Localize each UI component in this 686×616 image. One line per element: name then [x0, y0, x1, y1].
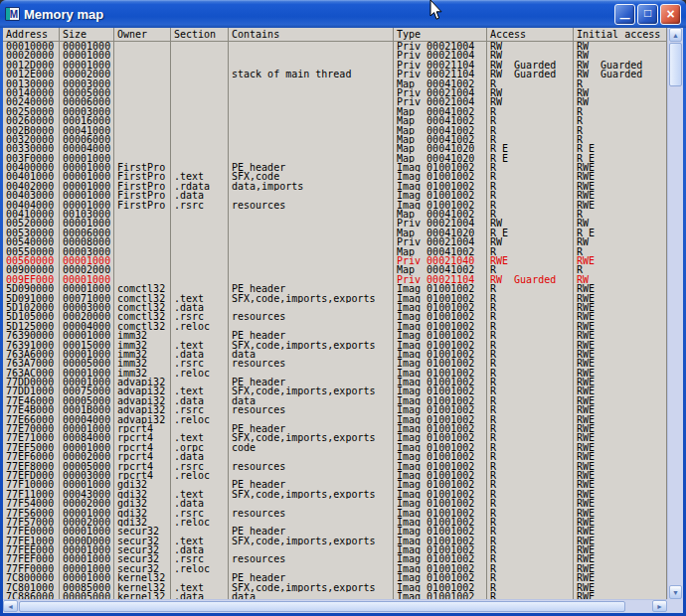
table-row[interactable]: 77E4B0000001B000advapi32.rsrcresourcesIm…: [3, 405, 667, 414]
table-row[interactable]: 0052000000001000Priv 00021004RWRW: [3, 219, 667, 228]
scroll-right-button[interactable]: ►: [652, 600, 667, 612]
cell-section: [171, 331, 229, 340]
scroll-down-button[interactable]: ▼: [669, 585, 682, 599]
scroll-up-button[interactable]: ▲: [669, 28, 682, 42]
table-row[interactable]: 7C80100000085000kernel32.textSFX,code,im…: [3, 583, 667, 592]
minimize-button[interactable]: —: [614, 4, 635, 25]
close-button[interactable]: ×: [660, 4, 681, 25]
cell-type: Priv 00021004: [394, 97, 487, 106]
table-row[interactable]: 0090000000002000Map 00041002RR: [3, 265, 667, 274]
table-row[interactable]: 0053000000006000Map 00041020R ER E: [3, 229, 667, 237]
table-row[interactable]: 5D09100000071000comctl32.textSFX,code,im…: [3, 294, 667, 303]
cell-owner: rpcrt4: [114, 433, 171, 442]
cell-address: 77E46000: [3, 396, 60, 405]
table-row[interactable]: 77EF600000002000rpcrt4.dataImag 01001002…: [3, 452, 667, 461]
table-row[interactable]: 77FEE00000001000secur32.dataImag 0100100…: [3, 545, 667, 554]
table-row[interactable]: 77F5600000001000gdi32.rsrcresourcesImag …: [3, 509, 667, 518]
cell-size: 00003000: [60, 303, 114, 312]
cell-access: RW: [487, 42, 574, 51]
table-row[interactable]: 0001000000001000Priv 00021004RWRW: [3, 42, 667, 51]
cell-type: Imag 01001002: [394, 433, 487, 442]
table-row[interactable]: 0012E00000002000stack of main threadPriv…: [3, 70, 667, 78]
maximize-button[interactable]: □: [637, 4, 658, 25]
cell-section: .data: [171, 303, 229, 312]
cell-type: Priv 00021004: [394, 237, 487, 246]
table-row[interactable]: 0040000000001000FirstProPE headerImag 01…: [3, 163, 667, 172]
table-row[interactable]: 0002000000001000Priv 00021004RWRW: [3, 51, 667, 60]
vertical-scrollbar[interactable]: ▲ ▼: [667, 28, 683, 599]
column-header-owner[interactable]: Owner: [114, 28, 171, 41]
table-row[interactable]: 0041000000103000Map 00041002RR: [3, 210, 667, 219]
table-row[interactable]: 7639000000001000imm32PE headerImag 01001…: [3, 331, 667, 340]
table-row[interactable]: 77FEF00000001000secur32.rsrcresourcesIma…: [3, 554, 667, 563]
table-row[interactable]: 0026000000016000Map 00041002RR: [3, 116, 667, 125]
column-header-access[interactable]: Access: [487, 28, 574, 41]
table-row[interactable]: 77FF000000001000secur32.relocImag 010010…: [3, 564, 667, 573]
cell-contains: [229, 191, 394, 200]
table-row[interactable]: 003F000000001000Map 00041020R ER E: [3, 154, 667, 163]
table-row[interactable]: 77F1100000043000gdi32.textSFX,code,impor…: [3, 490, 667, 499]
cell-access: R: [487, 386, 574, 395]
table-row[interactable]: 77F1000000001000gdi32PE headerImag 01001…: [3, 480, 667, 489]
column-header-type[interactable]: Type: [394, 28, 487, 41]
table-row[interactable]: 7639100000015000imm32.textSFX,code,impor…: [3, 341, 667, 350]
table-row[interactable]: 0040300000001000FirstPro.dataImag 010010…: [3, 191, 667, 200]
table-row[interactable]: 009EF00000001000Priv 00021104RW GuardedR…: [3, 275, 667, 284]
table-row[interactable]: 77FE000000001000secur32PE headerImag 010…: [3, 527, 667, 536]
cell-address: 763A7000: [3, 359, 60, 368]
table-row[interactable]: 77F5700000002000gdi32.relocImag 01001002…: [3, 518, 667, 527]
table-row[interactable]: 0056000000001000Priv 00021040RWERWE: [3, 256, 667, 265]
column-header-contains[interactable]: Contains: [229, 28, 394, 41]
cell-size: 00020000: [60, 312, 114, 321]
table-row[interactable]: 002B000000041000Map 00041002RR: [3, 126, 667, 135]
cell-section: [171, 527, 229, 536]
table-row[interactable]: 77EFD00000003000rpcrt4.relocImag 0100100…: [3, 471, 667, 480]
column-header-size[interactable]: Size: [60, 28, 114, 41]
table-row[interactable]: 5D10500000020000comctl32.rsrcresourcesIm…: [3, 312, 667, 321]
horizontal-scroll-thumb[interactable]: [19, 601, 625, 612]
table-row[interactable]: 77E7000000001000rpcrt4PE headerImag 0100…: [3, 424, 667, 433]
table-row[interactable]: 0014000000005000Priv 00021004RWRW: [3, 88, 667, 97]
table-row[interactable]: 0012D00000001000Priv 00021104RW GuardedR…: [3, 61, 667, 70]
cell-address: 00010000: [3, 42, 60, 51]
table-row[interactable]: 763AC00000001000imm32.relocImag 01001002…: [3, 369, 667, 378]
table-row[interactable]: 0055000000003000Map 00041002RR: [3, 247, 667, 256]
table-row[interactable]: 77EF800000005000rpcrt4.rsrcresourcesImag…: [3, 462, 667, 471]
table-row[interactable]: 763A600000001000imm32.datadataImag 01001…: [3, 350, 667, 359]
table-row[interactable]: 0033000000004000Map 00041020R ER E: [3, 144, 667, 153]
horizontal-scrollbar[interactable]: ◄ ►: [3, 599, 667, 613]
table-row[interactable]: 0054000000008000Priv 00021004RWRW: [3, 237, 667, 246]
table-row[interactable]: 5D09000000001000comctl32PE headerImag 01…: [3, 284, 667, 293]
table-row[interactable]: 0025000000003000Map 00041002RR: [3, 107, 667, 116]
table-row[interactable]: 5D10200000003000comctl32.dataImag 010010…: [3, 303, 667, 312]
cell-initial: RWE: [574, 378, 667, 386]
column-header-section[interactable]: Section: [171, 28, 229, 41]
table-row[interactable]: 0024000000006000Priv 00021004RWRW: [3, 97, 667, 106]
column-header-initial-access[interactable]: Initial access: [574, 28, 667, 41]
titlebar[interactable]: M Memory map — □ ×: [0, 0, 686, 28]
table-row[interactable]: 77E4600000005000advapi32.datadataImag 01…: [3, 396, 667, 405]
table-row[interactable]: 7C80000000001000kernel32PE headerImag 01…: [3, 573, 667, 582]
table-row[interactable]: 77DD100000075000advapi32.textSFX,code,im…: [3, 386, 667, 395]
table-row[interactable]: 763A700000005000imm32.rsrcresourcesImag …: [3, 359, 667, 368]
table-row[interactable]: 77FE10000000D000secur32.textSFX,code,imp…: [3, 537, 667, 545]
table-row[interactable]: 0040400000001000FirstPro.rsrcresourcesIm…: [3, 201, 667, 210]
vertical-scroll-thumb[interactable]: [669, 43, 682, 86]
cell-contains: resources: [229, 462, 394, 471]
table-row[interactable]: 77E7100000084000rpcrt4.textSFX,code,impo…: [3, 433, 667, 442]
table-row[interactable]: 0032000000006000Map 00041002RR: [3, 135, 667, 144]
cell-contains: [229, 369, 394, 378]
scroll-left-button[interactable]: ◄: [3, 600, 18, 612]
table-row[interactable]: 77F5400000002000gdi32.dataImag 01001002R…: [3, 499, 667, 508]
table-row[interactable]: 77E6600000004000advapi32.relocImag 01001…: [3, 415, 667, 424]
table-row[interactable]: 77DD000000001000advapi32PE headerImag 01…: [3, 378, 667, 386]
cell-type: Imag 01001002: [394, 462, 487, 471]
table-row[interactable]: 0040200000001000FirstPro.rdatadata,impor…: [3, 182, 667, 191]
table-row[interactable]: 77EF500000001000rpcrt4.orpccodeImag 0100…: [3, 443, 667, 452]
table-row[interactable]: 5D12500000004000comctl32.relocImag 01001…: [3, 322, 667, 331]
table-row[interactable]: 0040100000001000FirstPro.textSFX,codeIma…: [3, 172, 667, 181]
cell-initial: RWE: [574, 303, 667, 312]
column-header-address[interactable]: Address: [3, 28, 60, 41]
table-row[interactable]: 0013000000003000Map 00041002RR: [3, 79, 667, 88]
table-row[interactable]: 7C88600000005000kernel32.datadataImag 01…: [3, 592, 667, 599]
